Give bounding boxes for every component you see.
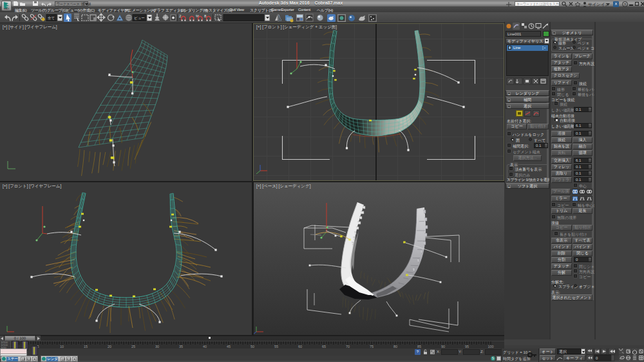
- svg-text:10: 10: [60, 345, 64, 348]
- svg-text:90: 90: [441, 345, 445, 348]
- svg-text:45: 45: [227, 345, 231, 348]
- svg-text:85: 85: [417, 345, 421, 348]
- svg-text:60: 60: [298, 345, 302, 348]
- svg-text:80: 80: [393, 345, 397, 348]
- svg-text:35: 35: [179, 345, 183, 348]
- svg-text:50: 50: [251, 345, 254, 348]
- svg-text:75: 75: [370, 345, 374, 348]
- svg-text:40: 40: [203, 345, 207, 348]
- svg-text:100: 100: [488, 345, 493, 348]
- svg-text:55: 55: [274, 345, 278, 348]
- svg-text:70: 70: [346, 345, 350, 348]
- svg-text:全て: 全て: [48, 16, 55, 20]
- svg-text:95: 95: [465, 345, 469, 348]
- svg-text:ビュー: ビュー: [134, 16, 145, 20]
- svg-text:65: 65: [322, 345, 326, 348]
- svg-text:20: 20: [108, 345, 111, 348]
- svg-text:30: 30: [155, 345, 159, 348]
- svg-text:MAX: MAX: [4, 7, 10, 10]
- svg-text:15: 15: [84, 345, 88, 348]
- svg-text:25: 25: [131, 345, 135, 348]
